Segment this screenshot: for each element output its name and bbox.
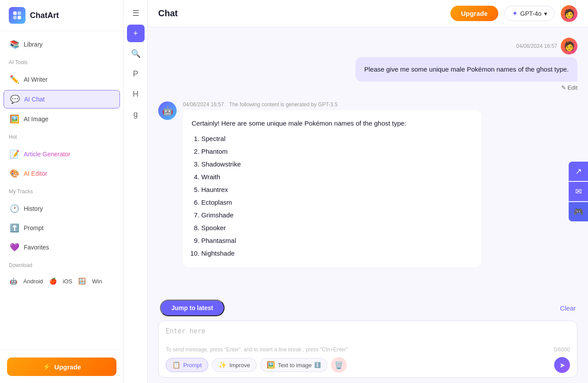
- hot-section: Hot: [0, 129, 123, 145]
- search-button[interactable]: 🔍: [127, 45, 145, 62]
- bot-avatar: 🤖: [158, 101, 177, 120]
- bot-message-meta: 04/06/2024 16:57 The following content i…: [183, 101, 577, 108]
- share-icon: ↗: [575, 166, 582, 176]
- svg-rect-0: [13, 11, 17, 15]
- g-label: g: [133, 110, 138, 119]
- ai-tools-section: AI Tools: [0, 54, 123, 70]
- logo-icon: [9, 7, 25, 24]
- g-button[interactable]: g: [127, 105, 145, 123]
- generated-by-text: The following content is generated by GP…: [229, 101, 338, 108]
- sidebar-item-favorites[interactable]: 💜 Favorites: [4, 238, 120, 256]
- apple-icon: 🍎: [49, 278, 57, 285]
- text-to-image-label: Text to image: [278, 362, 312, 369]
- download-platforms[interactable]: 🤖 Android 🍎 iOS 🪟 Win: [4, 274, 120, 289]
- text-to-image-chip-button[interactable]: 🖼️ Text to image ℹ️: [260, 358, 327, 372]
- favorites-icon: 💜: [10, 242, 19, 252]
- improve-chip-button[interactable]: ✨ Improve: [212, 358, 257, 372]
- list-item: Phantasmal: [201, 235, 473, 246]
- prompt-chip-icon: 📋: [172, 361, 181, 369]
- ai-tools-label: AI Tools: [9, 59, 115, 65]
- ai-chat-icon: 💬: [10, 94, 20, 104]
- chevron-down-icon: ▾: [544, 10, 547, 17]
- edit-label: Edit: [568, 84, 577, 91]
- jump-to-latest-button[interactable]: Jump to latest: [160, 300, 225, 316]
- list-item: Spooker: [201, 222, 473, 234]
- add-icon: +: [133, 29, 138, 38]
- h-button[interactable]: H: [127, 85, 145, 103]
- ai-image-label: AI Image: [24, 116, 48, 123]
- h-label: H: [133, 90, 138, 99]
- edit-message-row[interactable]: ✎ Edit: [561, 84, 577, 91]
- article-gen-icon: 📝: [10, 149, 19, 159]
- bot-message: 🤖 04/06/2024 16:57 The following content…: [158, 101, 577, 267]
- win-label: Win: [92, 278, 102, 285]
- add-button[interactable]: +: [127, 25, 145, 42]
- download-label: Download: [9, 262, 115, 268]
- my-tracks-section: My Tracks: [0, 183, 123, 199]
- sidebar-item-ai-editor[interactable]: 🎨 AI Editor: [4, 165, 120, 182]
- main-area: Chat Upgrade ✦ GPT-4o ▾ 🧑 04/06/2024 16:…: [148, 0, 588, 383]
- input-hint: To send message, press "Enter", and to i…: [166, 347, 570, 353]
- prompt-chip-label: Prompt: [183, 362, 202, 369]
- hot-label: Hot: [9, 134, 115, 140]
- p-button[interactable]: P: [127, 65, 145, 83]
- chat-container: 04/06/2024 16:57 🧑 Please give me some u…: [148, 27, 588, 294]
- email-float-button[interactable]: ✉: [569, 182, 588, 201]
- ai-writer-icon: ✏️: [10, 75, 19, 84]
- user-message-bubble: Please give me some unique male Pokémon …: [356, 57, 577, 82]
- delete-button[interactable]: 🗑️: [331, 357, 347, 373]
- info-icon: ℹ️: [314, 362, 321, 368]
- improve-chip-icon: ✨: [218, 361, 227, 369]
- icon-sidebar: ☰ + 🔍 P H g: [124, 0, 148, 383]
- list-item: Grimshade: [201, 209, 473, 221]
- sidebar-item-history[interactable]: 🕐 History: [4, 200, 120, 217]
- list-item: Shadowstrike: [201, 158, 473, 170]
- share-float-button[interactable]: ↗: [569, 162, 588, 181]
- send-icon: ➤: [559, 361, 565, 369]
- sidebar-item-article-generator[interactable]: 📝 Article Generator: [4, 145, 120, 163]
- header-right: Upgrade ✦ GPT-4o ▾ 🧑: [450, 5, 577, 22]
- model-selector[interactable]: ✦ GPT-4o ▾: [505, 6, 555, 21]
- svg-rect-2: [13, 16, 17, 19]
- chat-input[interactable]: [166, 327, 570, 343]
- send-button[interactable]: ➤: [554, 357, 570, 373]
- sidebar-item-ai-writer[interactable]: ✏️ AI Writer: [4, 71, 120, 88]
- prompt-label: Prompt: [24, 224, 44, 231]
- upgrade-bottom-button[interactable]: ⚡ Upgrade: [7, 358, 116, 376]
- bot-avatar-icon: 🤖: [162, 105, 173, 116]
- sidebar-item-ai-chat[interactable]: 💬 AI Chat: [4, 90, 120, 108]
- user-message: 04/06/2024 16:57 🧑 Please give me some u…: [158, 38, 577, 91]
- sidebar-item-ai-image[interactable]: 🖼️ AI Image: [4, 110, 120, 128]
- library-icon: 📚: [10, 40, 19, 49]
- bot-message-bubble: Certainly! Here are some unique male Pok…: [183, 110, 482, 267]
- chat-bottom: Jump to latest Clear To send message, pr…: [148, 294, 588, 383]
- sidebar-item-prompt[interactable]: ⬆️ Prompt: [4, 219, 120, 237]
- list-item: Hauntrex: [201, 184, 473, 195]
- user-avatar[interactable]: 🧑: [561, 5, 577, 22]
- input-area: To send message, press "Enter", and to i…: [158, 321, 577, 378]
- right-float-buttons: ↗ ✉ 🎮: [569, 162, 588, 221]
- discord-float-button[interactable]: 🎮: [569, 202, 588, 221]
- menu-icon: ☰: [132, 8, 139, 18]
- discord-icon: 🎮: [573, 207, 583, 217]
- prompt-chip-button[interactable]: 📋 Prompt: [166, 358, 208, 372]
- upgrade-button[interactable]: Upgrade: [450, 6, 498, 21]
- list-item: Spectral: [201, 133, 473, 145]
- sidebar-item-library[interactable]: 📚 Library: [4, 36, 120, 53]
- prompt-icon: ⬆️: [10, 223, 19, 233]
- logo-area: ChatArt: [0, 0, 123, 31]
- model-spark-icon: ✦: [512, 9, 518, 18]
- menu-button[interactable]: ☰: [127, 4, 145, 22]
- article-gen-label: Article Generator: [24, 151, 70, 158]
- ios-label: iOS: [63, 278, 73, 285]
- page-title: Chat: [158, 8, 178, 18]
- ai-image-icon: 🖼️: [10, 114, 19, 124]
- clear-button[interactable]: Clear: [560, 304, 576, 312]
- avatar-emoji: 🧑: [564, 8, 575, 19]
- upgrade-bottom-icon: ⚡: [43, 363, 51, 371]
- ai-editor-icon: 🎨: [10, 169, 19, 178]
- sidebar-bottom: ⚡ Upgrade: [0, 350, 123, 383]
- history-label: History: [24, 205, 43, 212]
- ai-editor-label: AI Editor: [24, 170, 47, 177]
- android-icon: 🤖: [10, 278, 17, 285]
